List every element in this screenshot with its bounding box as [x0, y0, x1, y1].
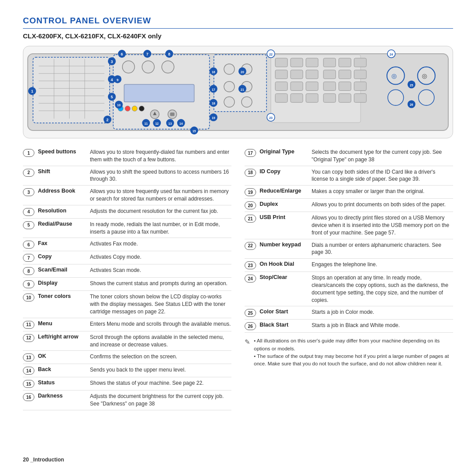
- svg-point-20: [139, 106, 144, 111]
- item-desc: Makes a copy smaller or larger than the …: [312, 188, 424, 195]
- item-number: 14: [23, 367, 34, 375]
- item-label: Darkness: [38, 393, 86, 399]
- item-number: 10: [23, 294, 34, 301]
- item-label: Original Type: [260, 149, 308, 155]
- item-desc: Activates Copy mode.: [90, 253, 141, 261]
- right-table: 17 Original Type Selects the document ty…: [245, 146, 453, 452]
- svg-rect-46: [339, 58, 351, 67]
- svg-point-28: [224, 82, 234, 92]
- item-label: Number keypad: [260, 242, 308, 248]
- item-label: Toner colors: [38, 293, 86, 299]
- svg-point-30: [224, 97, 234, 107]
- svg-rect-54: [324, 93, 336, 102]
- item-label: Left/right arrow: [38, 334, 86, 340]
- table-row: 1 Speed buttons Allows you to store freq…: [23, 146, 231, 166]
- item-desc: The toner colors shown below the LCD dis…: [90, 293, 231, 315]
- item-desc: Dials a number or enters alphanumeric ch…: [312, 242, 453, 257]
- item-label: Reduce/Enlarge: [260, 188, 308, 194]
- svg-point-18: [125, 106, 130, 111]
- item-label: Display: [38, 280, 86, 286]
- svg-rect-13: [124, 85, 194, 102]
- item-number: 4: [23, 208, 34, 216]
- svg-text:5: 5: [111, 95, 113, 99]
- item-label: OK: [38, 353, 86, 359]
- table-row: 24 Stop/Clear Stops an operation at any …: [245, 272, 453, 306]
- svg-text:16: 16: [212, 71, 215, 74]
- item-desc: You can copy both sides of the ID Card l…: [312, 168, 453, 183]
- note-icon: ✎: [245, 338, 250, 346]
- item-label: Fax: [38, 240, 86, 246]
- table-row: 4 Resolution Adjusts the document resolu…: [23, 205, 231, 219]
- item-label: Scan/Email: [38, 267, 86, 273]
- item-label: Back: [38, 366, 86, 372]
- item-number: 13: [23, 353, 34, 361]
- item-label: Redial/Pause: [38, 221, 86, 227]
- table-row: 16 Darkness Adjusts the document brightn…: [23, 390, 231, 410]
- item-desc: Allows you to shift the speed buttons to…: [90, 168, 231, 183]
- item-label: Address Book: [38, 188, 86, 194]
- table-row: 11 Menu Enters Menu mode and scrolls thr…: [23, 318, 231, 331]
- item-number: 5: [23, 221, 34, 229]
- item-number: 23: [245, 261, 256, 269]
- svg-rect-52: [339, 82, 351, 91]
- svg-rect-44: [306, 93, 318, 102]
- item-number: 26: [245, 322, 256, 330]
- svg-rect-35: [306, 58, 318, 67]
- item-desc: Starts a job in Color mode.: [312, 309, 374, 316]
- table-row: 19 Reduce/Enlarge Makes a copy smaller o…: [245, 186, 453, 199]
- svg-text:6: 6: [121, 52, 123, 56]
- svg-rect-36: [275, 70, 287, 79]
- table-row: 26 Black Start Starts a job in Black and…: [245, 320, 453, 333]
- table-row: 21 USB Print Allows you to directly prin…: [245, 212, 453, 239]
- item-number: 9: [23, 280, 34, 288]
- svg-text:7: 7: [146, 52, 149, 56]
- svg-rect-49: [339, 70, 351, 79]
- svg-rect-45: [324, 58, 336, 67]
- svg-point-60: [418, 90, 434, 106]
- svg-text:21: 21: [241, 88, 244, 91]
- item-label: Copy: [38, 253, 86, 260]
- item-number: 1: [23, 149, 34, 157]
- table-row: 14 Back Sends you back to the upper menu…: [23, 364, 231, 377]
- item-label: Speed buttons: [38, 149, 86, 155]
- table-row: 7 Copy Activates Copy mode.: [23, 251, 231, 264]
- svg-text:20: 20: [241, 71, 244, 74]
- svg-text:3: 3: [111, 60, 113, 64]
- item-number: 22: [245, 242, 256, 250]
- item-desc: Stops an operation at any time. In ready…: [312, 274, 453, 304]
- svg-text:19: 19: [212, 116, 215, 119]
- svg-rect-42: [275, 93, 287, 102]
- item-desc: Starts a job in Black and White mode.: [312, 322, 400, 329]
- item-number: 2: [23, 169, 34, 177]
- item-desc: Adjusts the document resolution for the …: [90, 208, 218, 215]
- item-label: Color Start: [260, 309, 308, 315]
- item-label: Resolution: [38, 208, 86, 214]
- page-title: CONTROL PANEL OVERVIEW: [23, 16, 453, 29]
- table-row: 17 Original Type Selects the document ty…: [245, 146, 453, 166]
- item-desc: Adjusts the document brightness for the …: [90, 393, 231, 408]
- svg-text:8: 8: [168, 52, 170, 56]
- svg-text:13: 13: [168, 122, 172, 125]
- left-table: 1 Speed buttons Allows you to store freq…: [23, 146, 231, 452]
- item-number: 3: [23, 188, 34, 196]
- svg-point-14: [123, 61, 135, 73]
- item-label: USB Print: [260, 214, 308, 220]
- svg-text:9: 9: [116, 78, 119, 82]
- svg-text:10: 10: [117, 104, 121, 107]
- svg-text:11: 11: [144, 122, 148, 125]
- item-desc: Allows you to directly print files store…: [312, 214, 453, 236]
- svg-text:◎: ◎: [422, 72, 427, 79]
- svg-text:26: 26: [410, 103, 413, 106]
- item-number: 24: [245, 275, 256, 283]
- svg-rect-1: [33, 57, 110, 123]
- item-desc: Allows you to print documents on both si…: [312, 201, 446, 208]
- table-row: 12 Left/right arrow Scroll through the o…: [23, 331, 231, 351]
- note-text: • All illustrations on this user's guide…: [254, 337, 453, 368]
- item-number: 11: [23, 321, 34, 329]
- table-row: 3 Address Book Allows you to store frequ…: [23, 186, 231, 205]
- table-row: 6 Fax Activates Fax mode.: [23, 238, 231, 251]
- item-desc: Selects the document type for the curren…: [312, 149, 453, 164]
- svg-point-31: [242, 97, 252, 107]
- table-row: 20 Duplex Allows you to print documents …: [245, 199, 453, 212]
- svg-point-15: [142, 61, 154, 73]
